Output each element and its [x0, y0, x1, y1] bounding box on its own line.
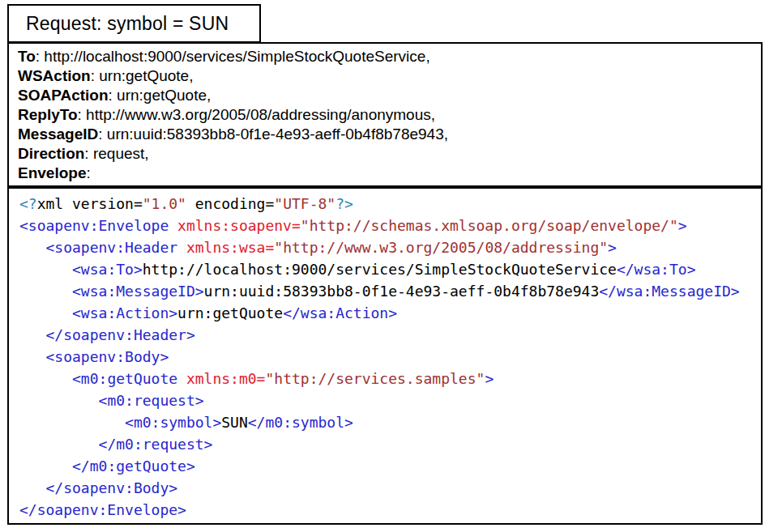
request-title: Request: symbol = SUN: [26, 13, 229, 35]
header-field-row: SOAPAction: urn:getQuote,: [18, 86, 753, 105]
header-field-row: To: http://localhost:9000/services/Simpl…: [18, 47, 753, 66]
xml-code: <?xml version="1.0" encoding="UTF-8"?><s…: [19, 193, 761, 521]
header-field-label: To: [18, 48, 36, 65]
header-field-value: : request,: [84, 145, 148, 162]
xml-line: <soapenv:Body>: [19, 346, 761, 368]
header-field-value: : http://www.w3.org/2005/08/addressing/a…: [78, 106, 435, 123]
xml-line: <m0:getQuote xmlns:m0="http://services.s…: [19, 368, 761, 389]
message-header-panel: To: http://localhost:9000/services/Simpl…: [7, 42, 763, 187]
header-field-row: WSAction: urn:getQuote,: [18, 66, 753, 86]
xml-line: <wsa:Action>urn:getQuote</wsa:Action>: [19, 302, 761, 324]
xml-line: <soapenv:Header xmlns:wsa="http://www.w3…: [19, 236, 761, 258]
header-field-row: Direction: request,: [18, 144, 753, 164]
xml-line: </soapenv:Envelope>: [19, 499, 761, 521]
header-field-value: : urn:getQuote,: [109, 87, 212, 104]
xml-line: <wsa:To>http://localhost:9000/services/S…: [19, 258, 761, 280]
header-field-label: Envelope: [18, 164, 86, 181]
header-field-label: SOAPAction: [18, 87, 109, 104]
xml-line: </soapenv:Header>: [19, 324, 761, 346]
header-field-row: MessageID: urn:uuid:58393bb8-0f1e-4e93-a…: [18, 125, 753, 144]
xml-line: <m0:request>: [19, 389, 761, 411]
xml-line: </soapenv:Body>: [19, 477, 761, 499]
xml-line: </m0:request>: [19, 433, 761, 455]
header-field-label: ReplyTo: [18, 106, 78, 123]
header-field-row: Envelope:: [18, 164, 753, 183]
header-field-value: :: [86, 164, 90, 181]
header-field-label: WSAction: [18, 67, 91, 84]
xml-line: <m0:symbol>SUN</m0:symbol>: [19, 411, 761, 433]
header-field-label: MessageID: [18, 126, 98, 143]
xml-line: <soapenv:Envelope xmlns:soapenv="http://…: [19, 215, 761, 236]
header-field-row: ReplyTo: http://www.w3.org/2005/08/addre…: [18, 105, 753, 125]
header-field-value: : http://localhost:9000/services/SimpleS…: [36, 48, 430, 65]
request-title-box: Request: symbol = SUN: [7, 4, 261, 43]
xml-line: <wsa:MessageID>urn:uuid:58393bb8-0f1e-4e…: [19, 280, 761, 302]
header-field-label: Direction: [18, 145, 84, 162]
xml-line: </m0:getQuote>: [19, 455, 761, 477]
header-field-value: : urn:getQuote,: [91, 67, 194, 84]
xml-line: <?xml version="1.0" encoding="UTF-8"?>: [19, 193, 761, 215]
header-field-value: : urn:uuid:58393bb8-0f1e-4e93-aeff-0b4f8…: [98, 126, 448, 143]
envelope-xml-panel: <?xml version="1.0" encoding="UTF-8"?><s…: [7, 187, 763, 525]
